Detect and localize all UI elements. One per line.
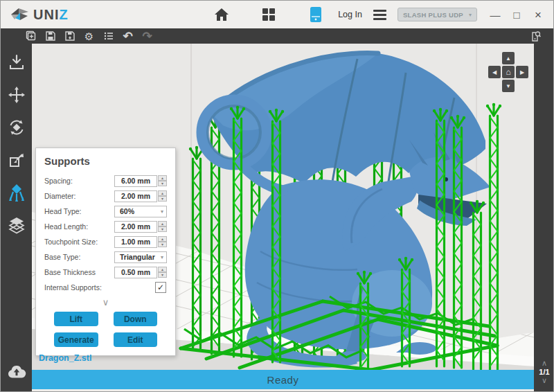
supports-tool-icon[interactable] <box>7 183 26 202</box>
touchpoint-size-input[interactable]: 1.00 mm <box>114 236 157 248</box>
spacing-label: Spacing: <box>44 177 73 185</box>
save-icon[interactable] <box>44 30 57 43</box>
maximize-button[interactable]: □ <box>511 10 522 20</box>
internal-supports-checkbox[interactable]: ✓ <box>155 282 166 293</box>
window-controls: — □ × <box>490 9 544 21</box>
head-length-label: Head Length: <box>44 222 88 231</box>
scale-tool-icon[interactable] <box>7 150 26 170</box>
main-area: ▲ ◀ ⌂ ▶ ▼ Supports Spacing: 6.00 mm▴▾ <box>1 44 553 391</box>
uniz-logo: UNIZ <box>10 6 69 24</box>
undo-icon[interactable]: ↶ <box>121 30 134 43</box>
edit-button[interactable]: Edit <box>114 332 158 347</box>
diameter-row: Diameter: 2.00 mm▴▾ <box>44 188 167 204</box>
head-length-row: Head Length: 2.00 mm▴▾ <box>44 219 167 234</box>
move-tool-icon[interactable] <box>7 85 26 105</box>
titlebar-right: Log In SLASH PLUS UDP ▾ — □ × <box>338 8 544 21</box>
printer-search-icon[interactable] <box>529 30 542 43</box>
pager-up-icon[interactable]: ∧ <box>542 359 547 367</box>
toolbar-right-group <box>529 30 542 43</box>
build-viewport[interactable]: ▲ ◀ ⌂ ▶ ▼ Supports Spacing: 6.00 mm▴▾ <box>32 44 534 370</box>
touchpoint-size-label: Touchpoint Size: <box>44 238 98 246</box>
diameter-input[interactable]: 2.00 mm <box>114 190 157 202</box>
printer-profile-value: SLASH PLUS UDP <box>403 11 463 19</box>
save-as-icon[interactable] <box>63 30 76 43</box>
import-model-icon[interactable] <box>7 53 26 72</box>
base-thickness-label: Base Thickness <box>44 268 96 276</box>
supports-panel-title: Supports <box>44 155 167 167</box>
pager-down-icon[interactable]: ∨ <box>542 377 547 384</box>
tool-sidebar <box>1 44 32 391</box>
base-thickness-input[interactable]: 0.50 mm <box>114 267 157 278</box>
diameter-stepper[interactable]: ▴▾ <box>158 190 167 202</box>
diameter-label: Diameter: <box>44 192 76 200</box>
printer-profile-dropdown[interactable]: SLASH PLUS UDP ▾ <box>397 8 477 21</box>
edit-toolbar: ⚙ ↶ ↷ <box>1 28 553 44</box>
base-thickness-row: Base Thickness 0.50 mm▴▾ <box>44 265 167 280</box>
minimize-button[interactable]: — <box>490 10 501 20</box>
printer-tab-icon[interactable] <box>307 6 325 24</box>
redo-icon[interactable]: ↷ <box>141 30 154 43</box>
head-length-stepper[interactable]: ▴▾ <box>158 221 167 232</box>
cloud-upload-icon[interactable] <box>7 362 26 382</box>
status-bar: Ready <box>32 370 534 389</box>
model-filename: Dragon_Z.stl <box>39 353 91 363</box>
nav-down-icon[interactable]: ▼ <box>502 80 515 92</box>
base-type-row: Base Type: Triangular▾ <box>44 249 167 265</box>
close-button[interactable]: × <box>533 9 544 21</box>
spacing-stepper[interactable]: ▴▾ <box>158 175 167 186</box>
status-text: Ready <box>267 374 299 386</box>
head-type-dropdown[interactable]: 60%▾ <box>114 206 167 217</box>
dropdown-arrow-icon: ▾ <box>469 12 472 18</box>
uniz-logo-icon <box>10 6 29 24</box>
touchpoint-size-row: Touchpoint Size: 1.00 mm▴▾ <box>44 234 167 249</box>
base-type-label: Base Type: <box>44 253 80 261</box>
nav-up-icon[interactable]: ▲ <box>502 52 515 64</box>
dropdown-arrow-icon: ▾ <box>161 208 163 215</box>
panel-expand-chevron-icon[interactable]: ∨ <box>44 298 167 307</box>
layer-pager: ∧ 1/1 ∨ <box>539 359 549 384</box>
home-icon[interactable] <box>213 6 231 24</box>
slice-layers-icon[interactable] <box>7 215 26 235</box>
lift-button[interactable]: Lift <box>54 312 98 326</box>
login-button[interactable]: Log In <box>338 10 362 19</box>
settings-gear-icon[interactable]: ⚙ <box>82 30 96 43</box>
nav-right-icon[interactable]: ▶ <box>516 66 528 78</box>
spacing-input[interactable]: 6.00 mm <box>114 175 157 187</box>
supports-panel-buttons: Lift Down Generate Edit <box>44 312 167 347</box>
menu-icon[interactable] <box>372 8 388 21</box>
head-length-input[interactable]: 2.00 mm <box>114 221 157 233</box>
generate-button[interactable]: Generate <box>54 332 98 347</box>
base-type-dropdown[interactable]: Triangular▾ <box>114 251 167 263</box>
view-navigation-pad: ▲ ◀ ⌂ ▶ ▼ <box>488 52 528 92</box>
add-file-icon[interactable] <box>24 30 37 43</box>
right-rail: ∧ 1/1 ∨ <box>534 44 554 391</box>
nav-home-icon[interactable]: ⌂ <box>502 66 515 78</box>
title-bar: UNIZ Log In SLASH PLUS UDP ▾ — □ × <box>1 1 553 28</box>
down-button[interactable]: Down <box>114 312 158 326</box>
head-type-label: Head Type: <box>44 207 82 215</box>
touchpoint-size-stepper[interactable]: ▴▾ <box>158 236 167 247</box>
base-thickness-stepper[interactable]: ▴▾ <box>158 267 167 278</box>
app-window: UNIZ Log In SLASH PLUS UDP ▾ — □ × <box>0 0 554 392</box>
head-type-row: Head Type: 60%▾ <box>44 204 167 219</box>
toolbar-left-group: ⚙ ↶ ↷ <box>24 30 154 43</box>
grid-view-icon[interactable] <box>260 6 278 24</box>
rotate-tool-icon[interactable] <box>7 118 26 137</box>
internal-supports-label: Internal Supports: <box>44 283 102 292</box>
logo-text: UNIZ <box>33 7 69 23</box>
check-icon: ✓ <box>157 283 164 292</box>
center-column: ▲ ◀ ⌂ ▶ ▼ Supports Spacing: 6.00 mm▴▾ <box>32 44 534 391</box>
spacing-row: Spacing: 6.00 mm▴▾ <box>44 173 167 188</box>
dropdown-arrow-icon: ▾ <box>161 254 163 260</box>
bottom-strip <box>32 389 534 391</box>
internal-supports-row: Internal Supports: ✓ <box>44 280 167 295</box>
list-icon[interactable] <box>102 30 115 43</box>
page-indicator: 1/1 <box>539 368 549 376</box>
main-nav <box>213 1 325 28</box>
supports-panel: Supports Spacing: 6.00 mm▴▾ Diameter: 2.… <box>35 148 176 356</box>
nav-left-icon[interactable]: ◀ <box>488 66 501 78</box>
